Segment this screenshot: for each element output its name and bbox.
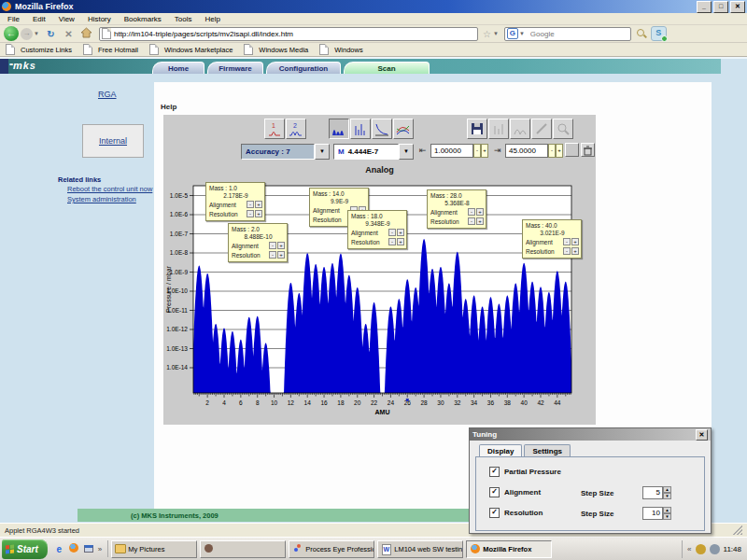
resolution-checkbox[interactable]: ✓ — [489, 508, 500, 518]
alignment-step-down-button[interactable]: ▼ — [663, 493, 671, 499]
back-button[interactable]: ← — [4, 26, 19, 41]
tray-network-icon[interactable] — [710, 544, 720, 554]
help-link[interactable]: Help — [161, 103, 176, 111]
firefox-quicklaunch-icon[interactable] — [68, 543, 80, 555]
close-button[interactable]: ✕ — [730, 1, 745, 13]
tab-firmware[interactable]: Firmware — [207, 62, 263, 74]
mass-readout-combobox[interactable]: M 4.444E-7 ▼ — [333, 144, 414, 160]
forward-button[interactable]: → — [21, 28, 33, 40]
tab-scan[interactable]: Scan — [344, 62, 430, 74]
rga-link[interactable]: RGA — [98, 90, 117, 99]
bookmark-icon — [149, 44, 159, 55]
resolution-step-spinner[interactable]: 10 ▲▼ — [642, 507, 671, 520]
partial-pressure-checkbox[interactable]: ✓ — [489, 467, 500, 477]
alignment-checkbox[interactable]: ✓ — [489, 487, 500, 497]
task-my-pictures[interactable]: My Pictures — [111, 540, 197, 558]
bookmark-item[interactable]: Windows — [319, 44, 362, 55]
resolution-step-down-button[interactable]: ▼ — [663, 513, 671, 520]
menu-tools[interactable]: Tools — [175, 15, 192, 23]
resolution-step-up-button[interactable]: ▲ — [663, 507, 671, 513]
accuracy-dropdown-icon[interactable]: ▼ — [315, 144, 330, 160]
system-administration-link[interactable]: System administration — [67, 195, 136, 203]
search-bar[interactable]: G ▼ — [504, 27, 631, 41]
alignment-step-spinner[interactable]: 5 ▲▼ — [642, 486, 671, 499]
trend-view-button[interactable] — [393, 119, 414, 139]
save-button[interactable] — [467, 119, 487, 139]
alignment-label: Alignment — [504, 488, 541, 497]
menu-file[interactable]: File — [7, 15, 20, 23]
stop-icon[interactable]: ✕ — [62, 27, 76, 41]
resolution-step-value[interactable]: 10 — [642, 507, 663, 520]
minimize-button[interactable]: _ — [697, 1, 712, 13]
last-mass-icon: ⇥ — [494, 146, 501, 155]
line-view-button[interactable] — [372, 119, 392, 139]
firefox-task-icon — [470, 544, 480, 554]
last-mass-spin-buttons[interactable]: -+ — [548, 144, 563, 158]
last-mass-field[interactable]: 45.0000 — [505, 144, 548, 158]
tuning-dialog-title: Tuning — [472, 430, 497, 439]
tray-update-icon[interactable] — [696, 544, 706, 554]
first-mass-spin-buttons[interactable]: -+ — [473, 144, 488, 158]
menu-view[interactable]: View — [59, 15, 75, 23]
chart-title: Analog — [163, 165, 596, 175]
maximize-button[interactable]: □ — [713, 1, 728, 13]
task-unnamed[interactable] — [200, 540, 286, 558]
disabled-peaks-button — [510, 119, 530, 139]
first-mass-increment-button[interactable]: + — [481, 144, 488, 158]
last-mass-increment-button[interactable]: + — [556, 144, 563, 158]
bookmark-star-icon[interactable]: ☆ — [483, 29, 491, 39]
tuning-close-button[interactable]: ✕ — [696, 429, 708, 441]
first-mass-field[interactable]: 1.00000 — [430, 144, 473, 158]
search-input[interactable] — [528, 30, 633, 38]
bar-view-button[interactable] — [350, 119, 371, 139]
clear-trash-button[interactable] — [581, 143, 595, 157]
show-desktop-icon[interactable] — [83, 543, 95, 555]
scan-mode-1-button[interactable]: 1 — [264, 119, 285, 139]
alignment-step-up-button[interactable]: ▲ — [663, 486, 671, 493]
first-mass-decrement-button[interactable]: - — [473, 144, 481, 158]
menu-edit[interactable]: Edit — [33, 15, 46, 23]
resize-grip[interactable] — [733, 525, 742, 535]
menu-bookmarks[interactable]: Bookmarks — [124, 15, 162, 23]
quick-launch-overflow-icon[interactable]: » — [98, 545, 102, 553]
scan-mode-2-button[interactable]: 2 — [286, 119, 306, 139]
bookmark-item[interactable]: Customize Links — [6, 44, 72, 55]
analog-view-button[interactable] — [329, 119, 349, 139]
menu-history[interactable]: History — [88, 15, 111, 23]
task-process-eye[interactable]: Process Eye Professional... — [289, 540, 374, 558]
bookmark-item[interactable]: Windows Marketplace — [149, 44, 233, 55]
skype-extension-icon[interactable]: S — [651, 26, 667, 41]
reboot-link[interactable]: Reboot the control unit now — [67, 185, 152, 193]
internal-button[interactable]: Internal — [82, 124, 144, 158]
history-dropdown-icon[interactable]: ▼ — [34, 31, 39, 36]
reload-icon[interactable]: ↻ — [44, 27, 58, 41]
tab-configuration[interactable]: Configuration — [266, 62, 341, 74]
tuning-dialog-titlebar[interactable]: Tuning ✕ — [470, 428, 711, 441]
svg-text:14: 14 — [304, 399, 312, 406]
home-icon[interactable] — [79, 27, 93, 41]
bookmark-item[interactable]: Free Hotmail — [83, 44, 138, 55]
ie-icon[interactable]: e — [53, 543, 65, 555]
last-mass-decrement-button[interactable]: - — [548, 144, 556, 158]
tab-settings[interactable]: Settings — [524, 444, 571, 456]
url-input[interactable] — [114, 30, 475, 38]
tray-expand-icon[interactable]: « — [687, 545, 691, 553]
bookmark-item[interactable]: Windows Media — [244, 44, 308, 55]
analog-spectrum-chart[interactable]: 1.0E-51.0E-61.0E-71.0E-81.0E-91.0E-101.0… — [163, 175, 596, 425]
task-lm104-doc[interactable]: W LM104 web SW testing 1... — [377, 540, 463, 558]
search-go-icon[interactable] — [636, 28, 647, 39]
google-engine-icon[interactable]: G — [507, 28, 518, 39]
status-text: Applet RGA4W3 started — [5, 526, 79, 535]
accuracy-combobox[interactable]: Accuracy : 7 ▼ — [241, 144, 330, 160]
url-bar[interactable] — [99, 27, 478, 41]
bookmark-dropdown-icon[interactable]: ▼ — [493, 31, 499, 36]
menu-help[interactable]: Help — [204, 15, 219, 23]
navigation-toolbar: ← → ▼ ↻ ✕ ☆ ▼ G ▼ S — [0, 25, 747, 43]
alignment-step-value[interactable]: 5 — [642, 486, 663, 499]
engine-dropdown-icon[interactable]: ▼ — [519, 31, 525, 36]
tab-display[interactable]: Display — [479, 444, 522, 456]
mass-dropdown-icon[interactable]: ▼ — [399, 144, 414, 160]
tab-home[interactable]: Home — [152, 62, 204, 74]
start-button[interactable]: Start — [2, 539, 48, 559]
task-mozilla-firefox[interactable]: Mozilla Firefox — [466, 540, 552, 558]
